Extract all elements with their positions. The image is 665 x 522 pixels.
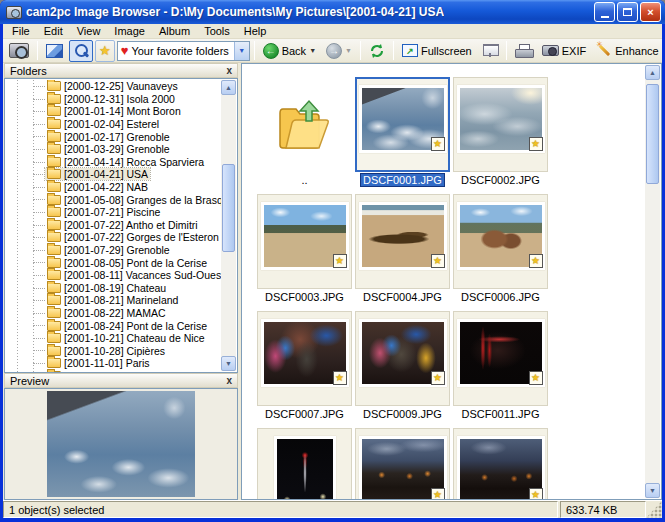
viewer-button[interactable] xyxy=(42,40,67,62)
browse-button[interactable] xyxy=(69,40,93,62)
dropdown-arrow-icon[interactable]: ▼ xyxy=(234,42,249,60)
folder-tree-item[interactable]: [2001-08-21] Marineland xyxy=(5,294,222,307)
folder-tree-item[interactable]: [2001-05-08] Granges de la Brasque xyxy=(5,193,222,206)
folder-icon xyxy=(47,333,61,343)
folder-label: [2001-08-05] Pont de la Cerise xyxy=(64,257,207,269)
thumbnail-item[interactable]: ★ DSCF0004.JPG xyxy=(354,194,451,303)
folder-tree-item[interactable]: [2001-07-21] Piscine xyxy=(5,206,222,219)
thumbnail-item[interactable]: ★ DSCF0009.JPG xyxy=(354,311,451,420)
back-dropdown-icon[interactable]: ▼ xyxy=(309,47,316,54)
thumbnail-item[interactable]: ★ DSCF0002.JPG xyxy=(452,77,549,186)
menu-item[interactable]: Tools xyxy=(197,25,237,37)
folder-tree-item[interactable]: [2001-10-21] Chateau de Nice xyxy=(5,332,222,345)
folder-icon xyxy=(47,358,61,368)
enhance-label: Enhance xyxy=(615,45,658,57)
magic-wand-icon xyxy=(596,43,612,59)
folder-tree-item[interactable]: [2001-10-28] Cipières xyxy=(5,344,222,357)
folder-tree-item[interactable]: [2001-01-14] Mont Boron xyxy=(5,105,222,118)
folder-tree-item[interactable]: [2000-12-25] Vaunaveys xyxy=(5,80,222,93)
thumbnail-label: DSCF0004.JPG xyxy=(361,291,444,303)
folders-panel-close-icon[interactable]: x xyxy=(226,66,232,76)
maximize-button[interactable] xyxy=(617,2,638,22)
camera-icon xyxy=(9,43,29,58)
folder-tree-item[interactable]: [2001-08-22] MAMAC xyxy=(5,307,222,320)
forward-button[interactable]: → ▼ xyxy=(322,40,356,62)
toolbar-separator xyxy=(506,41,507,60)
folder-tree-item[interactable]: [2001-04-22] NAB xyxy=(5,181,222,194)
enhance-button[interactable]: Enhance xyxy=(592,40,662,62)
folders-panel-title: Folders xyxy=(10,65,47,77)
folder-tree-item[interactable]: [2001-07-22] Gorges de l'Esteron xyxy=(5,231,222,244)
folder-label: [2001-07-22] Antho et Dimitri xyxy=(64,219,198,231)
scrollbar-thumb[interactable] xyxy=(222,164,235,252)
slideshow-button[interactable] xyxy=(478,40,502,62)
folder-icon xyxy=(47,245,61,255)
favorite-folders-dropdown[interactable]: ♥ Your favorite folders ▼ xyxy=(117,41,250,61)
resize-grip[interactable] xyxy=(646,501,662,518)
folder-label: [2001-01-14] Mont Boron xyxy=(64,105,181,117)
fullscreen-button[interactable]: ↗ Fullscreen xyxy=(398,40,476,62)
folder-label: [2001-11-24] Squash xyxy=(64,370,161,372)
preview-panel-close-icon[interactable]: x xyxy=(226,376,232,386)
thumbnail-item[interactable]: ★ DSCF0003.JPG xyxy=(256,194,353,303)
thumbnail-item[interactable]: ★ DSCF0001.JPG xyxy=(354,77,451,186)
thumbnail-item[interactable]: ★ xyxy=(256,428,353,500)
menu-item[interactable]: View xyxy=(70,25,108,37)
back-button[interactable]: ← Back ▼ xyxy=(259,40,320,62)
thumbnails-scrollbar[interactable]: ▲ ▼ xyxy=(645,65,660,498)
thumbnail-item[interactable]: ★ DSCF0006.JPG xyxy=(452,194,549,303)
folder-tree-item[interactable]: [2001-03-29] Grenoble xyxy=(5,143,222,156)
print-button[interactable] xyxy=(511,40,536,62)
thumbnail-item[interactable]: ★ xyxy=(452,428,549,500)
acquire-button[interactable] xyxy=(5,40,33,62)
menu-item[interactable]: File xyxy=(5,25,37,37)
folder-tree-item[interactable]: [2001-08-05] Pont de la Cerise xyxy=(5,256,222,269)
folder-tree-item[interactable]: [2001-07-22] Antho et Dimitri xyxy=(5,219,222,232)
folder-tree-item[interactable]: [2001-07-29] Grenoble xyxy=(5,244,222,257)
minimize-button[interactable] xyxy=(594,2,615,22)
favorite-star-badge: ★ xyxy=(431,488,445,500)
folder-icon xyxy=(47,144,61,154)
menu-item[interactable]: Edit xyxy=(37,25,70,37)
scroll-up-icon[interactable]: ▲ xyxy=(645,65,660,80)
thumbnail-item[interactable]: ★ xyxy=(354,428,451,500)
scroll-down-icon[interactable]: ▼ xyxy=(221,356,236,371)
thumbnail-item[interactable]: ★ DSCF0011.JPG xyxy=(452,311,549,420)
exif-button[interactable]: EXIF xyxy=(538,40,590,62)
folder-tree-item[interactable]: [2001-08-11] Vacances Sud-Ouest xyxy=(5,269,222,282)
menu-item[interactable]: Image xyxy=(107,25,152,37)
thumbnail-item[interactable]: ★ DSCF0007.JPG xyxy=(256,311,353,420)
close-button[interactable]: × xyxy=(640,2,661,22)
menu-item[interactable]: Help xyxy=(237,25,274,37)
refresh-button[interactable] xyxy=(365,40,389,62)
folder-icon xyxy=(47,157,61,167)
scrollbar-thumb[interactable] xyxy=(646,84,659,184)
folder-tree-item[interactable]: [2001-02-04] Esterel xyxy=(5,118,222,131)
folders-scrollbar[interactable]: ▲ ▼ xyxy=(221,80,236,371)
folder-icon xyxy=(47,258,61,268)
folder-tree-item[interactable]: [2001-08-24] Pont de la Cerise xyxy=(5,319,222,332)
folder-tree-item[interactable]: [2001-02-17] Grenoble xyxy=(5,130,222,143)
thumbnail-image xyxy=(277,439,333,500)
folder-icon xyxy=(47,81,61,91)
projector-screen-icon xyxy=(482,43,498,58)
scroll-down-icon[interactable]: ▼ xyxy=(645,483,660,498)
folder-label: [2001-08-22] MAMAC xyxy=(64,307,166,319)
title-bar[interactable]: cam2pc Image Browser - D:\My Documents\M… xyxy=(0,0,665,24)
folder-tree-item[interactable]: [2001-08-19] Chateau xyxy=(5,282,222,295)
folder-label: [2000-12-31] Isola 2000 xyxy=(64,93,175,105)
folder-tree-item[interactable]: [2000-12-31] Isola 2000 xyxy=(5,93,222,106)
folder-tree-item[interactable]: [2001-04-21] USA xyxy=(5,168,222,181)
close-icon: × xyxy=(647,6,653,18)
scroll-up-icon[interactable]: ▲ xyxy=(221,80,236,95)
folder-tree-item[interactable]: [2001-04-14] Rocca Sparviera xyxy=(5,156,222,169)
folder-tree-item[interactable]: [2001-11-24] Squash xyxy=(5,370,222,372)
thumbnail-item[interactable]: ★ .. xyxy=(256,77,353,186)
favorite-star-badge: ★ xyxy=(529,254,543,268)
favorites-button[interactable]: ★ xyxy=(95,40,115,62)
menu-item[interactable]: Album xyxy=(152,25,197,37)
folder-icon xyxy=(47,308,61,318)
printer-icon xyxy=(515,44,532,58)
folder-tree-item[interactable]: [2001-11-01] Paris xyxy=(5,357,222,370)
folder-label: [2000-12-25] Vaunaveys xyxy=(64,80,178,92)
